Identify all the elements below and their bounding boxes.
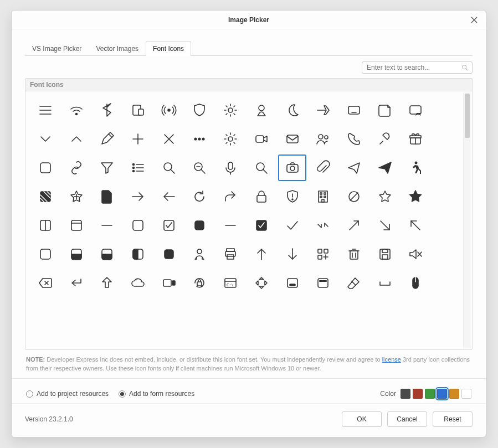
erase-icon[interactable] xyxy=(340,270,368,296)
user-switch-icon[interactable] xyxy=(186,241,214,267)
check-icon[interactable] xyxy=(278,212,307,239)
cancel-button[interactable]: Cancel xyxy=(387,411,427,427)
mail-icon[interactable] xyxy=(278,126,307,152)
building-icon[interactable] xyxy=(309,183,337,210)
color-swatch-blue[interactable] xyxy=(437,389,447,399)
devices-icon[interactable] xyxy=(124,97,152,123)
filter-icon[interactable] xyxy=(93,155,121,181)
terminal-icon[interactable] xyxy=(216,270,245,296)
airplane-icon[interactable] xyxy=(309,97,337,123)
tab-font-icons[interactable]: Font Icons xyxy=(146,41,191,56)
expand-icon[interactable] xyxy=(340,212,368,239)
color-swatch-red[interactable] xyxy=(413,389,423,399)
camera-icon[interactable] xyxy=(278,155,307,181)
security-icon[interactable] xyxy=(278,183,307,210)
half-bottom2-icon[interactable] xyxy=(93,241,121,267)
arrow-right-icon[interactable] xyxy=(124,183,152,210)
star-outline-icon[interactable] xyxy=(371,183,399,210)
half-bottom-icon[interactable] xyxy=(62,241,91,267)
caption-bottom-icon[interactable] xyxy=(278,270,307,296)
broadcast-icon[interactable] xyxy=(155,97,183,123)
checkbox-empty-icon[interactable] xyxy=(124,212,152,239)
refresh-icon[interactable] xyxy=(186,183,214,210)
send-outline-icon[interactable] xyxy=(340,155,368,181)
star-add-icon[interactable] xyxy=(62,183,91,210)
checkbox-icon[interactable] xyxy=(247,212,276,239)
color-swatch-green[interactable] xyxy=(425,389,435,399)
radio-project-resources[interactable]: Add to project resources xyxy=(26,390,109,398)
mouse-icon[interactable] xyxy=(402,270,430,296)
arrow-down-icon[interactable] xyxy=(278,241,307,267)
panel-icon[interactable] xyxy=(62,212,91,239)
chevron-up-icon[interactable] xyxy=(62,126,91,152)
zoom-out-icon[interactable] xyxy=(186,155,214,181)
cloud-icon[interactable] xyxy=(124,270,152,296)
remove-icon[interactable] xyxy=(93,212,121,239)
mute-icon[interactable] xyxy=(402,241,430,267)
lock-rotation-icon[interactable] xyxy=(186,270,214,296)
minimize-icon[interactable] xyxy=(216,212,245,239)
print-icon[interactable] xyxy=(216,241,245,267)
shield-icon[interactable] xyxy=(186,97,214,123)
rect-outline-icon[interactable] xyxy=(31,241,60,267)
scrollbar[interactable] xyxy=(463,92,471,348)
stop-icon[interactable] xyxy=(186,212,214,239)
walk-icon[interactable] xyxy=(402,155,430,181)
pattern-icon[interactable] xyxy=(31,183,60,210)
zoom-icon[interactable] xyxy=(155,155,183,181)
star-icon[interactable] xyxy=(402,183,430,210)
arrow-up-icon[interactable] xyxy=(247,241,276,267)
list-icon[interactable] xyxy=(124,155,152,181)
reset-button[interactable]: Reset xyxy=(433,411,473,427)
columns-icon[interactable] xyxy=(31,212,60,239)
tab-vector-images[interactable]: Vector Images xyxy=(89,41,146,56)
brightness-icon[interactable] xyxy=(216,97,245,123)
arrow-left-icon[interactable] xyxy=(155,183,183,210)
rect-solid-icon[interactable] xyxy=(155,241,183,267)
bluetooth-icon[interactable] xyxy=(93,97,121,123)
document-icon[interactable] xyxy=(93,183,121,210)
more-icon[interactable] xyxy=(186,126,214,152)
checkbox-outline-icon[interactable] xyxy=(155,212,183,239)
menu-icon[interactable] xyxy=(31,97,60,123)
color-swatch-dark[interactable] xyxy=(401,389,410,399)
backspace-icon[interactable] xyxy=(31,270,60,296)
close-icon[interactable] xyxy=(155,126,183,152)
color-swatch-amber[interactable] xyxy=(449,389,459,399)
tab-vs-image-picker[interactable]: VS Image Picker xyxy=(25,41,89,56)
attach-icon[interactable] xyxy=(309,155,337,181)
add-icon[interactable] xyxy=(124,126,152,152)
radio-form-resources[interactable]: Add to form resources xyxy=(119,390,194,398)
block-icon[interactable] xyxy=(340,183,368,210)
search-icon[interactable] xyxy=(247,155,276,181)
stop-outline-icon[interactable] xyxy=(31,155,60,181)
half-left-icon[interactable] xyxy=(124,241,152,267)
ok-button[interactable]: OK xyxy=(342,411,382,427)
scrollbar-thumb[interactable] xyxy=(465,94,470,138)
save-icon[interactable] xyxy=(371,241,399,267)
arrow-up-left-icon[interactable] xyxy=(402,212,430,239)
video-icon[interactable] xyxy=(247,126,276,152)
wifi-icon[interactable] xyxy=(62,97,91,123)
settings-icon[interactable] xyxy=(216,126,245,152)
apps-icon[interactable] xyxy=(309,241,337,267)
tablet-landscape-icon[interactable] xyxy=(340,97,368,123)
location-pin-icon[interactable] xyxy=(247,97,276,123)
pin-icon[interactable] xyxy=(371,126,399,152)
move-icon[interactable] xyxy=(247,270,276,296)
microphone-icon[interactable] xyxy=(216,155,245,181)
sticker-icon[interactable] xyxy=(371,97,399,123)
moon-icon[interactable] xyxy=(278,97,307,123)
spacebar-icon[interactable] xyxy=(371,270,399,296)
dock-right-icon[interactable] xyxy=(155,270,183,296)
send-icon[interactable] xyxy=(371,155,399,181)
gift-icon[interactable] xyxy=(402,126,430,152)
arrow-down-right-icon[interactable] xyxy=(371,212,399,239)
delete-icon[interactable] xyxy=(340,241,368,267)
collapse-icon[interactable] xyxy=(309,212,337,239)
share-icon[interactable] xyxy=(216,183,245,210)
close-button[interactable] xyxy=(468,14,480,26)
people-icon[interactable] xyxy=(309,126,337,152)
phone-icon[interactable] xyxy=(340,126,368,152)
lock-icon[interactable] xyxy=(247,183,276,210)
